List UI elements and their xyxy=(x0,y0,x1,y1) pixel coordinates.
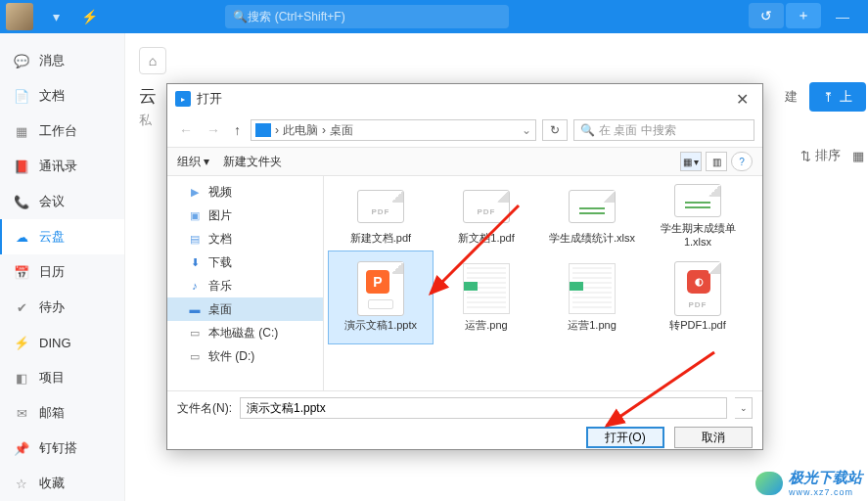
view-grid-icon[interactable]: ▦ xyxy=(852,149,864,163)
sidebar-item-label: 通讯录 xyxy=(39,158,77,175)
file-label: 学生期末成绩单1.xlsx xyxy=(648,221,748,248)
breadcrumb: ⌂ xyxy=(139,43,854,78)
file-item[interactable]: PDF新建文档.pdf xyxy=(328,180,434,250)
dialog-nav: ← → ↑ ›此电脑 ›桌面 ⌄ ↻ 🔍 在 桌面 中搜索 xyxy=(167,114,762,147)
logo-icon xyxy=(755,472,783,495)
tree-item-videos[interactable]: ▶视频 xyxy=(167,180,323,204)
bolt-icon[interactable]: ⚡ xyxy=(72,3,106,30)
file-item[interactable]: 运营.png xyxy=(434,250,539,344)
sidebar-item-messages[interactable]: 💬消息 xyxy=(0,43,124,78)
sidebar-item-cloud[interactable]: ☁云盘 xyxy=(0,219,124,254)
logo-text: 极光下载站 xyxy=(789,469,862,487)
file-grid: PDF新建文档.pdf PDF新文档1.pdf 学生成绩统计.xlsx 学生期末… xyxy=(324,176,762,390)
sidebar-item-label: 邮箱 xyxy=(39,404,65,422)
file-item[interactable]: ◐PDF转PDF1.pdf xyxy=(645,250,751,344)
check-icon: ✔ xyxy=(14,299,29,315)
sidebar-item-contacts[interactable]: 📕通讯录 xyxy=(0,149,124,184)
tree-item-documents[interactable]: ▤文档 xyxy=(167,227,323,250)
sidebar-item-todo[interactable]: ✔待办 xyxy=(0,290,124,325)
mail-icon: ✉ xyxy=(14,405,29,421)
history-button[interactable]: ↺ xyxy=(749,3,784,28)
file-label: 新文档1.pdf xyxy=(458,231,514,246)
help-button[interactable]: ? xyxy=(731,152,753,171)
watermark: 极光下载站 www.xz7.com xyxy=(755,469,862,497)
tree-label: 音乐 xyxy=(208,278,232,295)
sidebar-item-project[interactable]: ◧项目 xyxy=(0,360,124,395)
sidebar-item-mail[interactable]: ✉邮箱 xyxy=(0,395,124,431)
download-icon: ⬇ xyxy=(187,255,203,269)
home-icon[interactable]: ⌂ xyxy=(139,47,166,74)
tree-item-downloads[interactable]: ⬇下载 xyxy=(167,250,323,274)
filetype-dropdown[interactable]: ⌄ xyxy=(735,397,753,419)
file-label: 运营.png xyxy=(465,318,507,333)
file-label: 运营1.png xyxy=(568,318,617,333)
upload-button[interactable]: ⤒上 xyxy=(809,82,866,112)
title-bar: ▾ ⚡ 🔍 搜索 (Ctrl+Shift+F) ↺ ＋ — xyxy=(0,0,868,33)
tree-label: 桌面 xyxy=(208,301,232,318)
dropdown-icon[interactable]: ▾ xyxy=(39,3,72,30)
file-item[interactable]: 学生成绩统计.xlsx xyxy=(539,180,645,250)
file-item[interactable]: 运营1.png xyxy=(539,250,645,344)
tree-label: 文档 xyxy=(208,231,232,248)
music-icon: ♪ xyxy=(187,279,203,293)
desktop-icon: ▬ xyxy=(187,302,203,316)
file-item-selected[interactable]: P演示文稿1.pptx xyxy=(328,250,434,344)
sidebar-item-label: DING xyxy=(39,336,71,350)
disk-icon: ▭ xyxy=(187,349,203,363)
sidebar-item-ding[interactable]: ⚡DING xyxy=(0,325,124,360)
sort-button[interactable]: ⇅排序 xyxy=(800,147,841,164)
sidebar-item-dingda[interactable]: 📌钉钉搭 xyxy=(0,431,124,466)
close-button[interactable]: ✕ xyxy=(730,88,754,111)
pc-icon xyxy=(255,123,271,137)
avatar[interactable] xyxy=(6,3,33,30)
organize-menu[interactable]: 组织 ▾ xyxy=(177,154,209,170)
tree-item-music[interactable]: ♪音乐 xyxy=(167,274,323,297)
search-placeholder: 在 桌面 中搜索 xyxy=(599,122,676,139)
tree-item-pictures[interactable]: ▣图片 xyxy=(167,204,323,227)
new-button[interactable]: 建 xyxy=(785,88,798,106)
doc-icon: 📄 xyxy=(14,88,29,104)
minimize-button[interactable]: — xyxy=(823,3,862,30)
global-search[interactable]: 🔍 搜索 (Ctrl+Shift+F) xyxy=(225,5,509,28)
file-label: 学生成绩统计.xlsx xyxy=(549,231,635,246)
filename-input[interactable] xyxy=(240,397,727,419)
new-folder-button[interactable]: 新建文件夹 xyxy=(223,154,282,170)
sidebar: 💬消息 📄文档 ▦工作台 📕通讯录 📞会议 ☁云盘 📅日历 ✔待办 ⚡DING … xyxy=(0,33,125,501)
file-label: 新建文档.pdf xyxy=(350,231,411,246)
add-button[interactable]: ＋ xyxy=(786,3,821,28)
tree-item-disk-d[interactable]: ▭软件 (D:) xyxy=(167,344,323,368)
back-button[interactable]: ← xyxy=(175,118,197,142)
sidebar-item-label: 云盘 xyxy=(39,228,65,246)
tree-label: 图片 xyxy=(208,207,232,224)
dialog-search[interactable]: 🔍 在 桌面 中搜索 xyxy=(573,119,754,141)
tree-item-disk-c[interactable]: ▭本地磁盘 (C:) xyxy=(167,321,323,344)
tree-item-desktop[interactable]: ▬桌面 xyxy=(167,297,323,321)
sidebar-item-meeting[interactable]: 📞会议 xyxy=(0,184,124,219)
sidebar-item-docs[interactable]: 📄文档 xyxy=(0,78,124,114)
path-seg[interactable]: 桌面 xyxy=(330,122,353,139)
file-item[interactable]: PDF新文档1.pdf xyxy=(434,180,539,250)
search-icon: 🔍 xyxy=(233,10,248,23)
upload-label: 上 xyxy=(840,88,852,106)
preview-pane-button[interactable]: ▥ xyxy=(706,152,727,171)
sidebar-item-workbench[interactable]: ▦工作台 xyxy=(0,114,124,149)
sidebar-item-label: 收藏 xyxy=(39,475,65,492)
sidebar-item-calendar[interactable]: 📅日历 xyxy=(0,254,124,290)
cancel-button[interactable]: 取消 xyxy=(674,427,753,448)
file-item[interactable]: 学生期末成绩单1.xlsx xyxy=(645,180,751,250)
star-icon: ☆ xyxy=(14,476,29,491)
address-bar[interactable]: ›此电脑 ›桌面 ⌄ xyxy=(251,119,536,141)
forward-button[interactable]: → xyxy=(203,118,224,142)
sidebar-item-favorites[interactable]: ☆收藏 xyxy=(0,466,124,501)
up-button[interactable]: ↑ xyxy=(230,118,245,142)
path-seg[interactable]: 此电脑 xyxy=(283,122,318,139)
phone-icon: 📞 xyxy=(14,194,29,209)
sidebar-item-label: 日历 xyxy=(39,263,65,281)
open-button[interactable]: 打开(O) xyxy=(586,427,664,448)
content-toolbar: 建 ⤒上 xyxy=(785,82,866,112)
refresh-button[interactable]: ↻ xyxy=(542,119,568,141)
upload-icon: ⤒ xyxy=(823,90,834,105)
pin-icon: 📌 xyxy=(14,440,29,456)
image-icon: ▣ xyxy=(187,208,203,222)
view-mode-button[interactable]: ▦ ▾ xyxy=(680,152,702,171)
